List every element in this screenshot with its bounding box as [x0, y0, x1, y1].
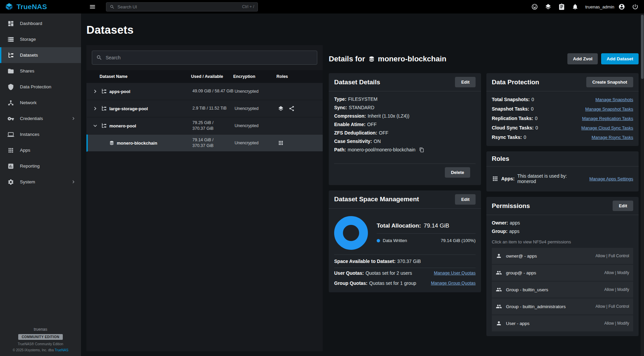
- brand[interactable]: TrueNAS: [0, 2, 81, 11]
- layers-icon[interactable]: [545, 3, 552, 10]
- sidebar-item-label: Apps: [20, 148, 30, 153]
- chevron-right-icon[interactable]: [92, 105, 99, 112]
- share-role-icon: [289, 106, 295, 112]
- manage-snapshot-tasks-link[interactable]: Manage Snapshot Tasks: [585, 107, 633, 112]
- roles-card: Roles Apps: This dataset is used by: mon…: [486, 151, 639, 191]
- cloud-sync-tasks-row: Cloud Sync Tasks:0 Manage Cloud Sync Tas…: [492, 123, 633, 132]
- dataset-search-input[interactable]: [106, 55, 313, 60]
- sidebar-item-label: Instances: [20, 132, 39, 137]
- sidebar-item-system[interactable]: System: [0, 174, 81, 190]
- manage-cloud-sync-tasks-link[interactable]: Manage Cloud Sync Tasks: [581, 125, 633, 130]
- table-row-monero-pool[interactable]: monero-pool 79.25 GiB / 370.37 GiB Unenc…: [86, 117, 323, 135]
- manage-snapshots-link[interactable]: Manage Snapshots: [595, 97, 633, 102]
- column-used-available: Used / Available: [191, 74, 233, 79]
- table-row-monero-blockchain[interactable]: monero-blockchain 79.14 GiB / 370.37 GiB…: [86, 135, 323, 152]
- manage-rsync-tasks-link[interactable]: Manage Rsync Tasks: [592, 135, 633, 140]
- manage-replication-tasks-link[interactable]: Manage Replication Tasks: [582, 116, 633, 121]
- legend-dot: [377, 239, 380, 242]
- copyright-line: © 2025 iXsystems, Inc. dba TrueNAS: [12, 348, 68, 352]
- sidebar-item-label: Shares: [20, 68, 34, 73]
- total-allocation: Total Allocation:79.14 GiB: [377, 222, 476, 234]
- page-scrollbar[interactable]: [641, 13, 644, 356]
- dataset-db-icon: [368, 56, 375, 62]
- chevron-down-icon[interactable]: [92, 122, 99, 129]
- add-zvol-button[interactable]: Add Zvol: [567, 53, 598, 64]
- sidebar-item-shares[interactable]: Shares: [0, 63, 81, 79]
- details-title: Details for monero-blockchain: [329, 55, 447, 63]
- global-search-input[interactable]: [117, 4, 239, 9]
- owner-row: Owner:apps: [492, 218, 633, 227]
- sidebar-item-credentials[interactable]: Credentials: [0, 111, 81, 126]
- sidebar-item-dashboard[interactable]: Dashboard: [0, 16, 81, 31]
- copy-path-icon[interactable]: [419, 147, 424, 152]
- table-row-large-storage-pool[interactable]: large-storage-pool 2.9 TiB / 11.52 TiB U…: [86, 100, 323, 117]
- permission-entry-owner[interactable]: owner@ - apps Allow | Full Control: [492, 248, 633, 264]
- search-icon: [96, 55, 102, 61]
- add-dataset-button[interactable]: Add Dataset: [601, 53, 639, 64]
- jobs-icon[interactable]: [558, 3, 565, 10]
- chevron-right-icon[interactable]: [92, 88, 99, 95]
- scrollbar-thumb[interactable]: [641, 15, 644, 79]
- sidebar-item-label: Dashboard: [20, 21, 42, 26]
- group-icon: [496, 270, 502, 276]
- shield-icon: [7, 84, 14, 90]
- space-edit-button[interactable]: Edit: [455, 194, 476, 205]
- used-available: 49.09 GiB / 58.47 GiB: [192, 88, 235, 94]
- details-title-prefix: Details for: [329, 55, 365, 63]
- sidebar-item-label: Reporting: [20, 164, 40, 169]
- truenas-link[interactable]: TrueNAS: [55, 348, 69, 352]
- field-path: Path:monero-pool/monero-blockchain: [334, 145, 476, 154]
- chevron-right-icon: [71, 116, 76, 121]
- field-sync: Sync:STANDARD: [334, 103, 476, 112]
- hostname: truenas: [34, 327, 47, 332]
- search-icon: [110, 4, 115, 9]
- dataset-details-edit-button[interactable]: Edit: [455, 77, 476, 87]
- global-search[interactable]: Ctrl + /: [106, 2, 258, 11]
- topbar: TrueNAS Ctrl + / truenas_admin: [0, 0, 644, 13]
- dashboard-icon: [7, 20, 14, 27]
- sidebar-item-reporting[interactable]: Reporting: [0, 158, 81, 174]
- folder-icon: [7, 68, 14, 75]
- computer-icon: [7, 131, 14, 138]
- manage-apps-settings-link[interactable]: Manage Apps Settings: [589, 176, 633, 181]
- permission-entry-builtin-users[interactable]: Group - builtin_users Allow | Modify: [492, 281, 633, 298]
- column-dataset-name: Dataset Name: [86, 74, 191, 79]
- account-icon[interactable]: [618, 3, 625, 10]
- table-row-apps-pool[interactable]: apps-pool 49.09 GiB / 58.47 GiB Unencryp…: [86, 83, 323, 100]
- truenas-logo-icon: [5, 2, 14, 11]
- sidebar-item-network[interactable]: Network: [0, 95, 81, 111]
- network-hub-icon: [7, 99, 14, 106]
- dataset-search[interactable]: [92, 51, 317, 65]
- manage-group-quotas-link[interactable]: Manage Group Quotas: [431, 280, 476, 286]
- card-title: Permissions: [492, 202, 530, 210]
- legend-data-written: Data Written 79.14 GiB (100%): [377, 234, 476, 243]
- power-icon[interactable]: [632, 3, 639, 10]
- create-snapshot-button[interactable]: Create Snapshot: [586, 77, 633, 87]
- username: truenas_admin: [585, 4, 614, 9]
- person-icon: [496, 253, 502, 259]
- edition-badge: COMMUNITY EDITION: [18, 334, 63, 340]
- manage-user-quotas-link[interactable]: Manage User Quotas: [434, 270, 476, 275]
- dataset-name: monero-blockchain: [117, 141, 157, 146]
- sidebar-item-storage[interactable]: Storage: [0, 31, 81, 47]
- permission-entry-user-apps[interactable]: User - apps Allow | Modify: [492, 315, 633, 331]
- main-content: Datasets Dataset Name Used / Available E…: [81, 13, 644, 356]
- field-atime: Enable Atime:OFF: [334, 120, 476, 128]
- delete-dataset-button[interactable]: Delete: [445, 167, 470, 178]
- sidebar-item-instances[interactable]: Instances: [0, 126, 81, 142]
- permissions-edit-button[interactable]: Edit: [613, 201, 633, 211]
- used-available: 79.14 GiB /: [192, 137, 235, 143]
- permission-entry-group[interactable]: group@ - apps Allow | Modify: [492, 265, 633, 281]
- sidebar-item-data-protection[interactable]: Data Protection: [0, 79, 81, 95]
- card-title: Data Protection: [492, 79, 539, 86]
- apps-grid-icon: [7, 147, 14, 154]
- sidebar-item-datasets[interactable]: Datasets: [0, 47, 81, 63]
- group-row: Group:apps: [492, 227, 633, 235]
- alerts-bell-icon[interactable]: [572, 3, 579, 10]
- feedback-icon[interactable]: [531, 3, 538, 10]
- nfsv4-hint: Click an item to view NFSv4 permissions: [492, 235, 633, 248]
- permission-entry-builtin-administrators[interactable]: Group - builtin_administrators Allow | F…: [492, 298, 633, 315]
- sidebar-item-apps[interactable]: Apps: [0, 142, 81, 158]
- sidebar-toggle-button[interactable]: [88, 2, 97, 11]
- dataset-name: large-storage-pool: [109, 106, 148, 111]
